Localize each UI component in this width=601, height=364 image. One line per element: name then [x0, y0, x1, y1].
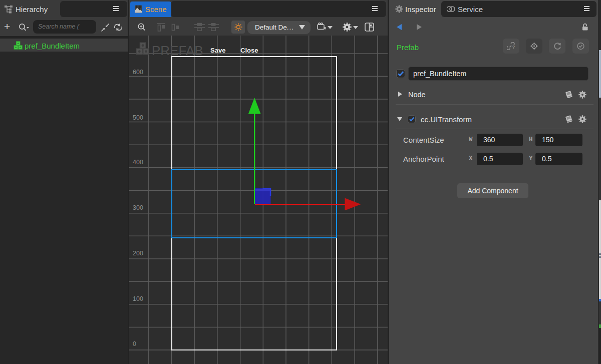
svg-text:?: ? [512, 44, 515, 50]
